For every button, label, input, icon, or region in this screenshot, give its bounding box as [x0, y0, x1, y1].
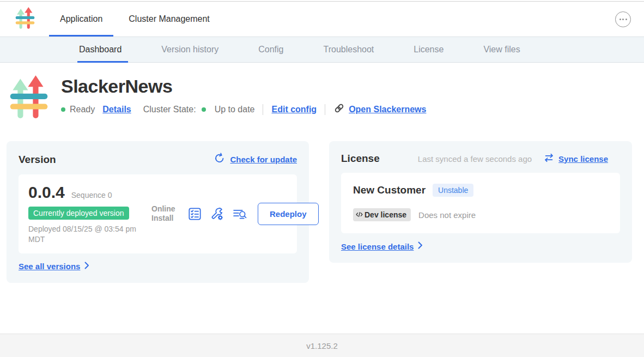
see-all-versions-link[interactable]: See all versions [19, 262, 297, 271]
license-card: License Last synced a few seconds ago [329, 141, 632, 263]
sync-arrows-icon [544, 153, 555, 165]
sync-license-link[interactable]: Sync license [544, 153, 608, 165]
version-number: 0.0.4 [28, 183, 65, 202]
last-synced-text: Last synced a few seconds ago [418, 154, 532, 164]
tab-cluster-management-label: Cluster Management [129, 14, 210, 24]
app-subnav: Dashboard Version history Config Trouble… [0, 37, 644, 63]
tab-application-label: Application [60, 14, 102, 24]
channel-badge: Unstable [433, 184, 473, 197]
app-status-dot [61, 107, 65, 112]
tab-application[interactable]: Application [49, 2, 113, 37]
page-title: SlackerNews [61, 76, 426, 97]
license-panel: New Customer Unstable Dev license [341, 173, 620, 233]
license-card-title: License [341, 153, 380, 165]
edit-config-link[interactable]: Edit config [271, 105, 317, 114]
cluster-state-label: Cluster State: [143, 105, 196, 114]
main-content: SlackerNews Ready Details Cluster State:… [0, 63, 644, 334]
console-version: v1.125.2 [306, 341, 338, 350]
subnav-item-version-history[interactable]: Version history [161, 37, 218, 62]
chevron-right-icon [418, 241, 423, 251]
refresh-icon [214, 153, 225, 166]
code-icon [356, 210, 363, 219]
subnav-item-dashboard[interactable]: Dashboard [79, 37, 121, 62]
subnav-item-view-files[interactable]: View files [483, 37, 520, 62]
log-search-icon [232, 215, 248, 223]
chevron-right-icon [84, 262, 89, 271]
status-details-link[interactable]: Details [102, 105, 131, 114]
wrench-gear-icon [210, 215, 224, 223]
subnav-item-license[interactable]: License [414, 37, 443, 62]
version-card-title: Version [19, 154, 56, 166]
subnav-item-troubleshoot[interactable]: Troubleshoot [323, 37, 374, 62]
chain-link-icon [333, 102, 345, 116]
checklist-icon [187, 215, 202, 223]
footer: v1.125.2 [0, 334, 644, 357]
slackernews-logo-large-icon [8, 71, 50, 125]
divider [263, 104, 263, 115]
app-logo-small[interactable] [14, 2, 36, 37]
app-header: SlackerNews Ready Details Cluster State:… [0, 63, 644, 125]
install-type-label: Online Install [151, 204, 180, 223]
cluster-state-dot [202, 107, 206, 112]
app-status-text: Ready [70, 105, 95, 114]
license-type-badge: Dev license [353, 208, 411, 221]
tab-cluster-management[interactable]: Cluster Management [118, 2, 221, 37]
divider [325, 104, 325, 115]
version-card: Version Check for update 0.0.4 Sequ [7, 141, 309, 283]
check-for-update-link[interactable]: Check for update [214, 153, 297, 166]
deployed-status-badge: Currently deployed version [28, 207, 129, 220]
license-expiration: Does not expire [418, 210, 476, 220]
subnav-item-config[interactable]: Config [258, 37, 283, 62]
sequence-label: Sequence 0 [71, 191, 112, 199]
see-license-details-link[interactable]: See license details [341, 241, 620, 251]
redeploy-button[interactable]: Redeploy [258, 203, 319, 225]
customer-name: New Customer [353, 184, 426, 196]
cluster-state-value: Up to date [215, 105, 255, 114]
open-app-link[interactable]: Open Slackernews [333, 102, 426, 116]
edit-config-button[interactable] [210, 207, 224, 221]
view-logs-button[interactable] [232, 207, 248, 221]
deployed-timestamp: Deployed 08/15/25 @ 03:54 pm MDT [28, 224, 146, 245]
slackernews-logo-icon [14, 6, 36, 32]
top-navbar: Application Cluster Management [0, 2, 644, 37]
preflight-checks-button[interactable] [187, 207, 202, 221]
current-version-panel: 0.0.4 Sequence 0 Currently deployed vers… [19, 174, 297, 253]
overflow-menu-button[interactable] [615, 11, 631, 27]
ellipsis-icon [619, 19, 621, 20]
